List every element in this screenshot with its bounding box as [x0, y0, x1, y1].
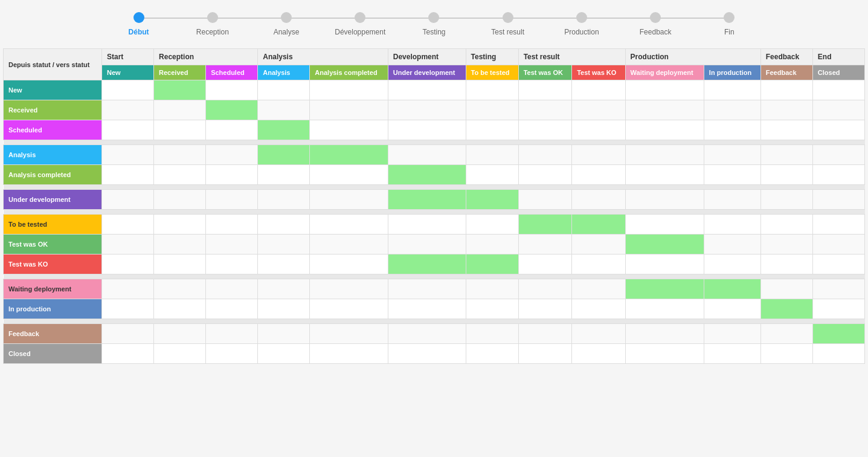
data-cell — [704, 190, 760, 210]
data-cell — [704, 80, 760, 100]
data-cell — [760, 279, 812, 299]
row-label-closed: Closed — [4, 344, 102, 364]
data-cell — [518, 215, 571, 235]
data-cell — [466, 235, 518, 254]
data-cell — [760, 120, 812, 140]
data-cell — [572, 299, 625, 319]
step-dot — [650, 12, 661, 23]
data-cell — [258, 145, 310, 165]
status-header-row: NewReceivedScheduledAnalysisAnalysis com… — [4, 65, 865, 80]
data-cell — [518, 344, 571, 364]
data-cell — [812, 190, 864, 210]
table-row: In production — [4, 299, 865, 319]
progress-step-testing: Testing — [397, 12, 471, 36]
data-cell — [310, 165, 388, 185]
data-cell — [206, 190, 258, 210]
data-cell — [704, 235, 760, 254]
data-cell — [812, 279, 864, 299]
data-cell — [704, 100, 760, 120]
data-cell — [704, 120, 760, 140]
data-cell — [206, 344, 258, 364]
group-header-development: Development — [388, 49, 466, 65]
data-cell — [466, 324, 518, 344]
table-row: Waiting deployment — [4, 279, 865, 299]
data-cell — [812, 165, 864, 185]
data-cell — [101, 254, 153, 274]
group-header-testing: Testing — [466, 49, 518, 65]
data-cell — [704, 254, 760, 274]
step-dot — [355, 12, 365, 23]
data-cell — [704, 279, 760, 299]
separator-cell — [4, 274, 865, 279]
data-cell — [572, 324, 625, 344]
data-cell — [258, 254, 310, 274]
data-cell — [206, 120, 258, 140]
progress-step-début: Début — [102, 12, 176, 36]
data-cell — [812, 215, 864, 235]
data-cell — [466, 299, 518, 319]
row-label-analysis-completed: Analysis completed — [4, 165, 102, 185]
step-label: Test result — [491, 28, 524, 36]
data-cell — [258, 324, 310, 344]
data-cell — [572, 279, 625, 299]
status-header-closed: Closed — [812, 65, 864, 80]
data-cell — [258, 80, 310, 100]
separator-cell — [4, 185, 865, 190]
separator-row — [4, 274, 865, 279]
separator-cell — [4, 210, 865, 215]
row-label-scheduled: Scheduled — [4, 120, 102, 140]
status-header-analysis: Analysis — [258, 65, 310, 80]
table-row: Feedback — [4, 324, 865, 344]
data-cell — [625, 120, 704, 140]
data-cell — [101, 190, 153, 210]
data-cell — [388, 254, 466, 274]
data-cell — [518, 279, 571, 299]
status-header-test-was-ok: Test was OK — [518, 65, 571, 80]
data-cell — [154, 100, 206, 120]
data-cell — [101, 344, 153, 364]
step-label: Testing — [422, 28, 445, 36]
data-cell — [812, 100, 864, 120]
data-cell — [466, 344, 518, 364]
data-cell — [704, 145, 760, 165]
row-label-analysis: Analysis — [4, 145, 102, 165]
data-cell — [760, 299, 812, 319]
data-cell — [625, 145, 704, 165]
data-cell — [625, 299, 704, 319]
data-cell — [812, 254, 864, 274]
data-cell — [625, 80, 704, 100]
step-dot — [428, 12, 439, 23]
table-row: Test was OK — [4, 235, 865, 254]
data-cell — [388, 120, 466, 140]
transition-table: Depuis statut / vers statut StartRecepti… — [3, 48, 865, 364]
data-cell — [760, 254, 812, 274]
data-cell — [572, 120, 625, 140]
data-cell — [101, 235, 153, 254]
data-cell — [572, 215, 625, 235]
data-cell — [310, 100, 388, 120]
data-cell — [258, 100, 310, 120]
data-cell — [154, 190, 206, 210]
step-label: Analyse — [274, 28, 300, 36]
data-cell — [206, 299, 258, 319]
data-cell — [154, 235, 206, 254]
data-cell — [625, 279, 704, 299]
status-header-received: Received — [154, 65, 206, 80]
data-cell — [388, 145, 466, 165]
status-header-test-was-ko: Test was KO — [572, 65, 625, 80]
data-cell — [466, 120, 518, 140]
data-cell — [572, 80, 625, 100]
progress-step-production: Production — [545, 12, 619, 36]
row-label-test-was-ok: Test was OK — [4, 235, 102, 254]
table-row: Test was KO — [4, 254, 865, 274]
progress-step-fin: Fin — [692, 12, 766, 36]
data-cell — [518, 190, 571, 210]
data-cell — [310, 190, 388, 210]
status-header-to-be-tested: To be tested — [466, 65, 518, 80]
data-cell — [388, 324, 466, 344]
separator-row — [4, 140, 865, 145]
table-row: Closed — [4, 344, 865, 364]
data-cell — [101, 120, 153, 140]
data-cell — [310, 215, 388, 235]
data-cell — [625, 190, 704, 210]
